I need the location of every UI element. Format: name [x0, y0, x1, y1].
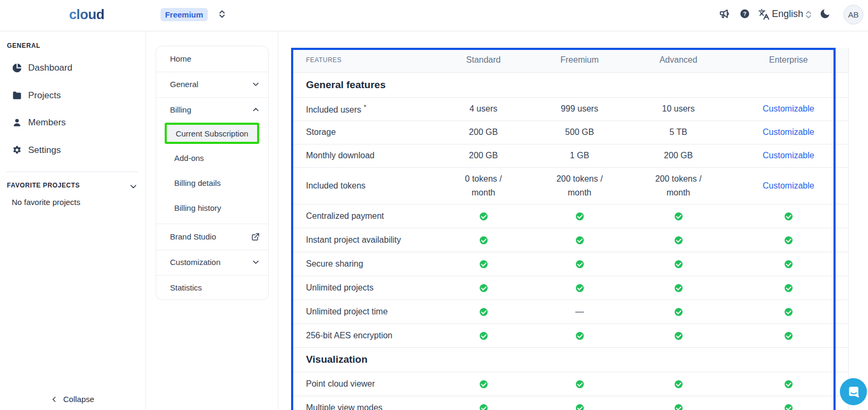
svg-text:?: ? [743, 11, 746, 17]
